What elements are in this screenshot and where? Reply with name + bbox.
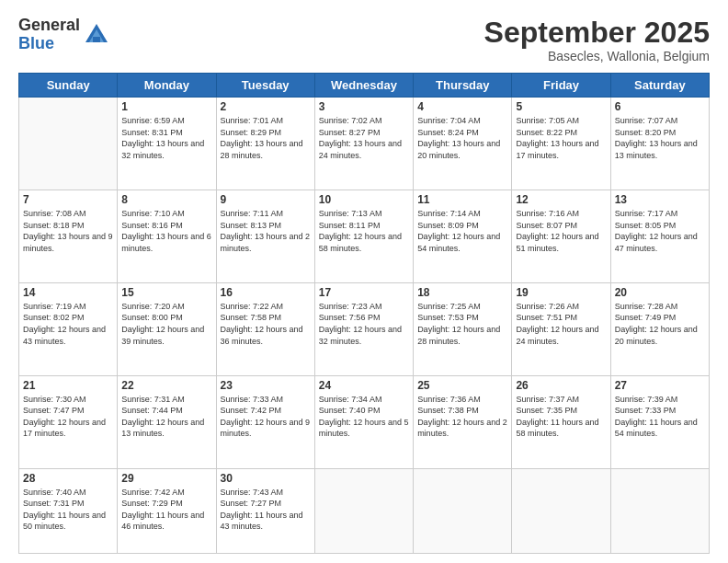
day-number: 7 bbox=[23, 193, 113, 206]
table-row: 18Sunrise: 7:25 AMSunset: 7:53 PMDayligh… bbox=[414, 282, 512, 375]
day-info-line: Sunrise: 7:10 AM bbox=[121, 209, 185, 218]
day-info-line: Sunset: 8:13 PM bbox=[221, 221, 282, 230]
day-info-line: Daylight: 12 hours and 2 minutes. bbox=[417, 418, 507, 439]
day-info-line: Sunrise: 7:40 AM bbox=[23, 488, 86, 497]
day-info: Sunrise: 7:23 AMSunset: 7:56 PMDaylight:… bbox=[319, 301, 409, 347]
table-row: 9Sunrise: 7:11 AMSunset: 8:13 PMDaylight… bbox=[216, 190, 314, 283]
table-row: 21Sunrise: 7:30 AMSunset: 7:47 PMDayligh… bbox=[19, 375, 118, 468]
day-number: 12 bbox=[516, 193, 606, 206]
day-number: 20 bbox=[615, 286, 705, 299]
day-info-line: Sunset: 7:49 PM bbox=[615, 313, 677, 322]
day-number: 28 bbox=[23, 472, 113, 485]
day-number: 4 bbox=[417, 100, 507, 113]
table-row: 11Sunrise: 7:14 AMSunset: 8:09 PMDayligh… bbox=[414, 190, 512, 283]
day-info-line: Sunrise: 7:36 AM bbox=[417, 395, 481, 404]
day-number: 27 bbox=[615, 379, 705, 392]
weekday-header-row: Sunday Monday Tuesday Wednesday Thursday… bbox=[19, 74, 710, 98]
table-row: 5Sunrise: 7:05 AMSunset: 8:22 PMDaylight… bbox=[512, 98, 610, 190]
day-info-line: Sunset: 7:47 PM bbox=[23, 406, 85, 415]
day-info: Sunrise: 7:05 AMSunset: 8:22 PMDaylight:… bbox=[516, 115, 606, 161]
day-info-line: Sunset: 7:58 PM bbox=[221, 313, 282, 322]
day-info-line: Sunrise: 7:01 AM bbox=[221, 116, 284, 125]
day-info-line: Sunset: 8:11 PM bbox=[319, 221, 381, 230]
day-info-line: Sunset: 7:51 PM bbox=[516, 313, 577, 322]
day-info-line: Daylight: 13 hours and 2 minutes. bbox=[221, 232, 311, 253]
day-info: Sunrise: 7:28 AMSunset: 7:49 PMDaylight:… bbox=[615, 301, 705, 347]
table-row: 28Sunrise: 7:40 AMSunset: 7:31 PMDayligh… bbox=[19, 468, 118, 554]
day-info-line: Daylight: 12 hours and 13 minutes. bbox=[121, 418, 204, 439]
day-number: 14 bbox=[23, 286, 113, 299]
day-info-line: Daylight: 12 hours and 54 minutes. bbox=[417, 232, 500, 253]
day-info-line: Sunset: 7:56 PM bbox=[319, 313, 381, 322]
day-info: Sunrise: 7:14 AMSunset: 8:09 PMDaylight:… bbox=[417, 208, 507, 254]
table-row bbox=[414, 468, 512, 554]
day-info: Sunrise: 7:07 AMSunset: 8:20 PMDaylight:… bbox=[615, 115, 705, 161]
calendar-body: 1Sunrise: 6:59 AMSunset: 8:31 PMDaylight… bbox=[19, 98, 710, 554]
header-thursday: Thursday bbox=[414, 74, 512, 98]
day-info-line: Sunset: 7:27 PM bbox=[221, 499, 282, 508]
table-row bbox=[512, 468, 610, 554]
day-info-line: Sunrise: 7:37 AM bbox=[516, 395, 579, 404]
day-info-line: Sunrise: 7:17 AM bbox=[615, 209, 678, 218]
day-info-line: Sunrise: 7:30 AM bbox=[23, 395, 86, 404]
day-info: Sunrise: 7:36 AMSunset: 7:38 PMDaylight:… bbox=[417, 394, 507, 440]
table-row: 25Sunrise: 7:36 AMSunset: 7:38 PMDayligh… bbox=[414, 375, 512, 468]
day-info-line: Sunset: 8:20 PM bbox=[615, 128, 677, 137]
day-info-line: Sunset: 7:40 PM bbox=[319, 406, 381, 415]
day-number: 29 bbox=[121, 472, 211, 485]
table-row: 15Sunrise: 7:20 AMSunset: 8:00 PMDayligh… bbox=[118, 282, 216, 375]
day-info: Sunrise: 7:30 AMSunset: 7:47 PMDaylight:… bbox=[23, 394, 113, 440]
day-info-line: Daylight: 12 hours and 24 minutes. bbox=[516, 325, 598, 346]
table-row: 14Sunrise: 7:19 AMSunset: 8:02 PMDayligh… bbox=[19, 282, 118, 375]
day-info-line: Sunrise: 7:20 AM bbox=[121, 302, 185, 311]
day-info: Sunrise: 7:19 AMSunset: 8:02 PMDaylight:… bbox=[23, 301, 113, 347]
day-info-line: Sunset: 8:24 PM bbox=[417, 128, 479, 137]
day-number: 9 bbox=[221, 193, 311, 206]
day-info-line: Sunrise: 7:04 AM bbox=[417, 116, 481, 125]
header-sunday: Sunday bbox=[19, 74, 118, 98]
header-wednesday: Wednesday bbox=[314, 74, 413, 98]
day-info-line: Daylight: 12 hours and 43 minutes. bbox=[23, 325, 106, 346]
day-number: 24 bbox=[319, 379, 409, 392]
day-number: 25 bbox=[417, 379, 507, 392]
day-info-line: Sunrise: 7:22 AM bbox=[221, 302, 284, 311]
day-info-line: Sunrise: 6:59 AM bbox=[121, 116, 185, 125]
header-friday: Friday bbox=[512, 74, 610, 98]
header-saturday: Saturday bbox=[610, 74, 709, 98]
table-row: 7Sunrise: 7:08 AMSunset: 8:18 PMDaylight… bbox=[19, 190, 118, 283]
day-info-line: Sunrise: 7:14 AM bbox=[417, 209, 481, 218]
logo: General Blue bbox=[18, 17, 109, 53]
day-number: 13 bbox=[615, 193, 705, 206]
day-info-line: Daylight: 12 hours and 5 minutes. bbox=[319, 418, 409, 439]
day-info-line: Sunset: 8:29 PM bbox=[221, 128, 282, 137]
day-info: Sunrise: 7:22 AMSunset: 7:58 PMDaylight:… bbox=[221, 301, 311, 347]
day-number: 15 bbox=[121, 286, 211, 299]
day-info-line: Daylight: 13 hours and 32 minutes. bbox=[121, 139, 204, 160]
day-number: 17 bbox=[319, 286, 409, 299]
day-number: 8 bbox=[121, 193, 211, 206]
day-info-line: Sunrise: 7:07 AM bbox=[615, 116, 678, 125]
day-number: 26 bbox=[516, 379, 606, 392]
day-info: Sunrise: 7:25 AMSunset: 7:53 PMDaylight:… bbox=[417, 301, 507, 347]
day-info: Sunrise: 7:10 AMSunset: 8:16 PMDaylight:… bbox=[121, 208, 211, 254]
table-row: 2Sunrise: 7:01 AMSunset: 8:29 PMDaylight… bbox=[216, 98, 314, 190]
day-number: 16 bbox=[221, 286, 311, 299]
day-number: 1 bbox=[121, 100, 211, 113]
month-title: September 2025 bbox=[484, 17, 710, 49]
day-number: 3 bbox=[319, 100, 409, 113]
location-subtitle: Basecles, Wallonia, Belgium bbox=[484, 49, 710, 63]
day-info-line: Sunrise: 7:33 AM bbox=[221, 395, 284, 404]
table-row: 24Sunrise: 7:34 AMSunset: 7:40 PMDayligh… bbox=[314, 375, 413, 468]
day-info-line: Daylight: 11 hours and 58 minutes. bbox=[516, 418, 598, 439]
day-info: Sunrise: 7:02 AMSunset: 8:27 PMDaylight:… bbox=[319, 115, 409, 161]
day-info-line: Daylight: 13 hours and 28 minutes. bbox=[221, 139, 303, 160]
day-info: Sunrise: 7:33 AMSunset: 7:42 PMDaylight:… bbox=[221, 394, 311, 440]
table-row: 16Sunrise: 7:22 AMSunset: 7:58 PMDayligh… bbox=[216, 282, 314, 375]
day-info-line: Sunrise: 7:43 AM bbox=[221, 488, 284, 497]
logo-text: General Blue bbox=[18, 17, 80, 53]
day-info-line: Sunset: 7:53 PM bbox=[417, 313, 479, 322]
day-info: Sunrise: 7:11 AMSunset: 8:13 PMDaylight:… bbox=[221, 208, 311, 254]
day-info-line: Sunset: 8:05 PM bbox=[615, 221, 677, 230]
logo-blue: Blue bbox=[18, 35, 80, 53]
day-info: Sunrise: 7:42 AMSunset: 7:29 PMDaylight:… bbox=[121, 487, 211, 533]
